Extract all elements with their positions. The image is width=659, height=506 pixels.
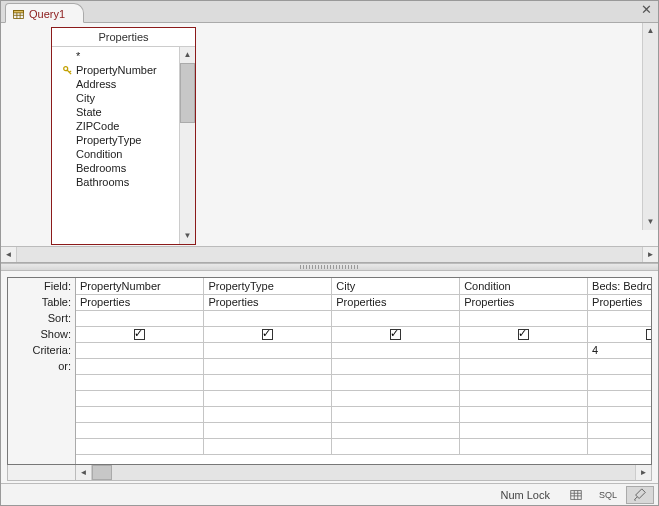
- scroll-left-icon[interactable]: ◄: [1, 247, 17, 262]
- design-icon: [633, 488, 647, 502]
- table-box-scrollbar[interactable]: ▲ ▼: [179, 47, 195, 244]
- svg-rect-1: [14, 10, 24, 12]
- field-item[interactable]: Bedrooms: [62, 161, 179, 175]
- sql-view-button[interactable]: SQL: [594, 486, 622, 504]
- cell-table[interactable]: Properties: [76, 294, 204, 310]
- cell-show[interactable]: [204, 326, 332, 342]
- row-show: [76, 326, 651, 342]
- query-tab-label: Query1: [29, 8, 65, 20]
- row-criteria: 4: [76, 342, 651, 358]
- cell-sort[interactable]: [588, 310, 651, 326]
- datasheet-view-button[interactable]: [562, 486, 590, 504]
- scroll-thumb[interactable]: [180, 63, 195, 123]
- cell-field[interactable]: PropertyType: [204, 278, 332, 294]
- field-star[interactable]: *: [62, 49, 179, 63]
- scroll-up-icon[interactable]: ▲: [643, 23, 658, 39]
- cell-sort[interactable]: [332, 310, 460, 326]
- cell-or[interactable]: [332, 358, 460, 374]
- qbe-hscrollbar[interactable]: ◄ ►: [7, 465, 652, 481]
- cell-field[interactable]: City: [332, 278, 460, 294]
- cell-sort[interactable]: [76, 310, 204, 326]
- sql-view-label: SQL: [599, 490, 617, 500]
- label-show: Show:: [8, 326, 75, 342]
- scroll-spacer: [8, 465, 76, 480]
- cell-criteria[interactable]: [76, 342, 204, 358]
- table-field-list: * PropertyNumber Address City State ZIPC…: [52, 47, 195, 244]
- scroll-track[interactable]: [17, 247, 642, 262]
- query-tab-icon: [12, 8, 25, 21]
- scroll-down-icon[interactable]: ▼: [180, 228, 195, 244]
- query-tab[interactable]: Query1: [5, 3, 84, 23]
- cell-show[interactable]: [332, 326, 460, 342]
- checkbox-icon[interactable]: [518, 329, 529, 340]
- field-pk-label: PropertyNumber: [76, 64, 157, 76]
- row-field: PropertyNumber PropertyType City Conditi…: [76, 278, 651, 294]
- checkbox-icon[interactable]: [262, 329, 273, 340]
- cell-or[interactable]: [588, 358, 651, 374]
- scroll-right-icon[interactable]: ►: [642, 247, 658, 262]
- design-pane: Properties * PropertyNumber Address City: [1, 23, 658, 263]
- field-item[interactable]: PropertyType: [62, 133, 179, 147]
- close-tab-button[interactable]: ✕: [641, 3, 652, 16]
- field-item[interactable]: Address: [62, 77, 179, 91]
- scroll-left-icon[interactable]: ◄: [76, 465, 92, 480]
- cell-sort[interactable]: [204, 310, 332, 326]
- cell-field[interactable]: PropertyNumber: [76, 278, 204, 294]
- field-pk[interactable]: PropertyNumber: [62, 63, 179, 77]
- scroll-up-icon[interactable]: ▲: [180, 47, 195, 63]
- splitter-grip-icon: [300, 265, 360, 269]
- svg-rect-8: [571, 490, 582, 499]
- cell-show[interactable]: [588, 326, 651, 342]
- scroll-right-icon[interactable]: ►: [635, 465, 651, 480]
- checkbox-icon[interactable]: [390, 329, 401, 340]
- cell-criteria[interactable]: 4: [588, 342, 651, 358]
- cell-table[interactable]: Properties: [588, 294, 651, 310]
- scroll-thumb[interactable]: [92, 465, 112, 480]
- tab-bar: Query1 ✕: [1, 1, 658, 23]
- canvas-hscrollbar[interactable]: ◄ ►: [1, 246, 658, 262]
- field-item[interactable]: ZIPCode: [62, 119, 179, 133]
- field-item[interactable]: State: [62, 105, 179, 119]
- field-star-label: *: [76, 50, 80, 62]
- pane-splitter[interactable]: [1, 263, 658, 271]
- checkbox-icon[interactable]: [134, 329, 145, 340]
- datasheet-icon: [569, 488, 583, 502]
- status-bar: Num Lock SQL: [1, 483, 658, 505]
- qbe-columns: PropertyNumber PropertyType City Conditi…: [76, 278, 651, 464]
- svg-line-7: [69, 70, 71, 71]
- qbe-grid: Field: Table: Sort: Show: Criteria: or: …: [7, 277, 652, 465]
- label-or: or:: [8, 358, 75, 374]
- row-or: [76, 358, 651, 374]
- cell-criteria[interactable]: [204, 342, 332, 358]
- label-sort: Sort:: [8, 310, 75, 326]
- field-item[interactable]: Condition: [62, 147, 179, 161]
- row-table: Properties Properties Properties Propert…: [76, 294, 651, 310]
- cell-field[interactable]: Beds: Bedrooms: [588, 278, 651, 294]
- row-sort: [76, 310, 651, 326]
- label-criteria: Criteria:: [8, 342, 75, 358]
- cell-criteria[interactable]: [332, 342, 460, 358]
- table-box[interactable]: Properties * PropertyNumber Address City: [51, 27, 196, 245]
- field-item[interactable]: Bathrooms: [62, 175, 179, 189]
- numlock-indicator: Num Lock: [500, 489, 550, 501]
- cell-table[interactable]: Properties: [332, 294, 460, 310]
- cell-criteria[interactable]: [460, 342, 588, 358]
- cell-show[interactable]: [76, 326, 204, 342]
- cell-table[interactable]: Properties: [204, 294, 332, 310]
- cell-field[interactable]: Condition: [460, 278, 588, 294]
- design-view-button[interactable]: [626, 486, 654, 504]
- cell-or[interactable]: [204, 358, 332, 374]
- label-table: Table:: [8, 294, 75, 310]
- cell-show[interactable]: [460, 326, 588, 342]
- scroll-down-icon[interactable]: ▼: [643, 214, 658, 230]
- checkbox-icon[interactable]: [646, 329, 651, 340]
- cell-table[interactable]: Properties: [460, 294, 588, 310]
- canvas-vscrollbar[interactable]: ▲ ▼: [642, 23, 658, 230]
- primary-key-icon: [62, 66, 72, 75]
- cell-sort[interactable]: [460, 310, 588, 326]
- cell-or[interactable]: [460, 358, 588, 374]
- table-canvas[interactable]: Properties * PropertyNumber Address City: [1, 23, 658, 246]
- cell-or[interactable]: [76, 358, 204, 374]
- field-item[interactable]: City: [62, 91, 179, 105]
- scroll-track[interactable]: [92, 465, 635, 480]
